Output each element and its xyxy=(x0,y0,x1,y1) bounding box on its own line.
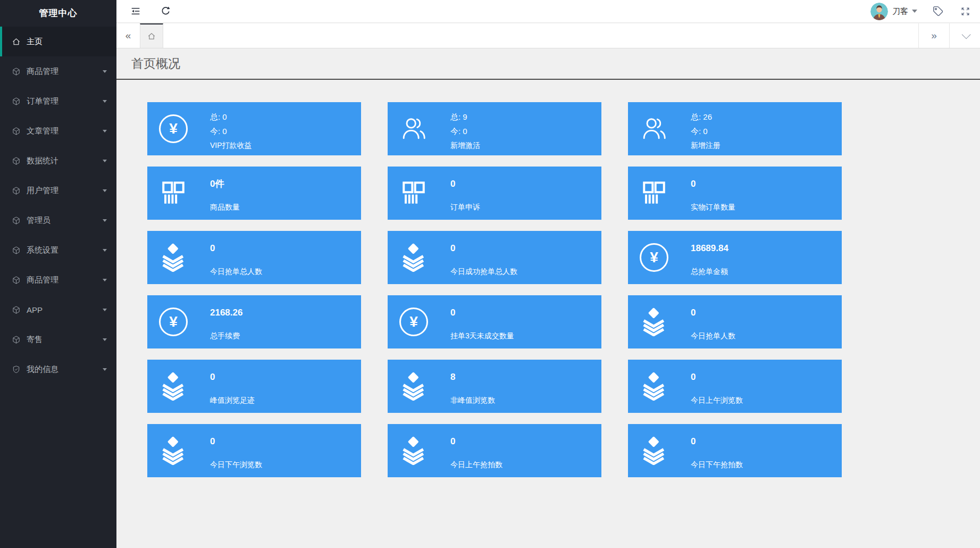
card-icon: ¥ xyxy=(639,240,669,275)
stat-card: ¥ xyxy=(388,295,601,348)
card-text: 0 实物订单数量 xyxy=(691,172,735,214)
layers-icon xyxy=(640,372,668,401)
sidebar-item[interactable]: 主页 xyxy=(0,27,116,56)
card-icon: ¥ xyxy=(398,369,429,403)
refresh-icon[interactable] xyxy=(159,5,172,18)
layers-icon xyxy=(159,436,188,465)
card-text: 总: 26 今: 0 新增注册 xyxy=(691,105,721,153)
sidebar-item[interactable]: 商品管理 xyxy=(0,56,116,86)
menu-icon xyxy=(11,275,21,285)
card-label: 峰值浏览足迹 xyxy=(210,393,255,408)
tag-icon[interactable] xyxy=(932,5,944,18)
card-label: 今日抢单人数 xyxy=(691,329,735,343)
card-text: 0 今日上午抢拍数 xyxy=(450,430,502,472)
users-icon xyxy=(399,114,428,143)
menu-icon xyxy=(11,37,21,46)
yen-circle-icon: ¥ xyxy=(399,308,428,336)
cube-icon xyxy=(12,305,21,314)
menu-icon xyxy=(11,305,21,314)
sidebar-item[interactable]: APP xyxy=(0,295,116,325)
sidebar-item[interactable]: 寄售 xyxy=(0,325,116,354)
sidebar-item[interactable]: 系统设置 xyxy=(0,235,116,265)
card-value: 18689.84 xyxy=(691,241,728,255)
page-title: 首页概况 xyxy=(131,55,180,72)
layers-icon xyxy=(640,308,668,336)
sidebar-item[interactable]: 文章管理 xyxy=(0,116,116,146)
chevron-down-icon xyxy=(103,100,107,103)
card-icon: ¥ xyxy=(639,434,669,468)
menu-label: 用户管理 xyxy=(27,186,103,196)
card-text: 0 挂单3天未成交数量 xyxy=(450,301,514,343)
menu-icon xyxy=(11,156,21,165)
card-value: 2168.26 xyxy=(210,305,242,320)
sidebar-item[interactable]: 商品管理 xyxy=(0,265,116,295)
menu-label: 系统设置 xyxy=(27,245,103,255)
sidebar-item[interactable]: 用户管理 xyxy=(0,176,116,205)
card-value: 0 xyxy=(691,177,735,191)
stat-cards-grid: ¥ xyxy=(147,102,842,477)
card-text: 总: 9 今: 0 新增激活 xyxy=(450,105,480,153)
sidebar-item[interactable]: 数据统计 xyxy=(0,146,116,176)
card-value: 0 xyxy=(691,370,743,384)
layers-icon xyxy=(399,243,428,272)
card-label: 订单申诉 xyxy=(450,200,480,214)
admin-dashboard: 管理中心 主页 xyxy=(0,0,980,548)
card-icon: ¥ xyxy=(398,434,429,468)
card-label: 非峰值浏览数 xyxy=(450,393,495,408)
double-chevron-right-icon[interactable]: » xyxy=(918,23,949,48)
card-value: 0 xyxy=(210,241,262,255)
card-value: 0 xyxy=(210,434,262,449)
fullscreen-icon[interactable] xyxy=(959,5,971,18)
card-label: VIP打款收益 xyxy=(210,138,252,153)
card-label: 今日上午浏览数 xyxy=(691,393,743,408)
tab-dropdown[interactable] xyxy=(949,23,980,48)
card-label: 今日成功抢单总人数 xyxy=(450,264,517,279)
card-text: 2168.26 总手续费 xyxy=(210,301,242,343)
sidebar-item[interactable]: 订单管理 xyxy=(0,86,116,116)
stat-card: ¥ xyxy=(388,231,601,284)
page-header: 首页概况 xyxy=(116,48,980,80)
card-label: 商品数量 xyxy=(210,200,240,214)
card-icon: ¥ xyxy=(158,176,189,210)
app-title: 管理中心 xyxy=(0,0,116,27)
card-label: 实物订单数量 xyxy=(691,200,735,214)
users-icon xyxy=(640,114,668,143)
main-content: 首页概况 ¥ xyxy=(116,48,980,548)
user-menu[interactable]: 刀客 xyxy=(870,3,917,20)
username: 刀客 xyxy=(892,6,908,16)
card-label: 总手续费 xyxy=(210,329,242,343)
yen-circle-icon: ¥ xyxy=(159,114,188,143)
stat-card: ¥ xyxy=(628,102,842,155)
cube-icon xyxy=(12,246,21,255)
chevron-down-icon xyxy=(103,309,107,311)
layers-icon xyxy=(640,436,668,465)
card-icon: ¥ xyxy=(158,305,189,339)
card-value: 0 xyxy=(450,177,480,191)
card-value: 0 xyxy=(450,241,517,255)
menu-label: 商品管理 xyxy=(27,275,103,285)
chevron-down-icon xyxy=(103,279,107,281)
menu-icon xyxy=(11,96,21,106)
sidebar-item[interactable]: 我的信息 xyxy=(0,354,116,384)
card-label: 挂单3天未成交数量 xyxy=(450,329,514,343)
card-icon: ¥ xyxy=(639,305,669,339)
cube-icon xyxy=(12,186,21,195)
card-text: 18689.84 总抢单金额 xyxy=(691,237,728,279)
menu-label: 主页 xyxy=(27,37,116,47)
sidebar-toggle-icon[interactable] xyxy=(129,5,142,18)
menu-icon xyxy=(11,335,21,344)
sidebar-item[interactable]: 管理员 xyxy=(0,205,116,235)
layers-icon xyxy=(399,372,428,401)
stat-card: ¥ xyxy=(147,295,361,348)
card-value: 0 xyxy=(450,434,502,449)
stat-card: ¥ xyxy=(628,167,842,220)
card-value: 总: 26 xyxy=(691,110,721,124)
card-icon: ¥ xyxy=(398,176,429,210)
card-icon: ¥ xyxy=(398,112,429,146)
double-chevron-left-icon[interactable]: « xyxy=(116,23,140,48)
card-label: 总抢单金额 xyxy=(691,264,728,279)
card-icon: ¥ xyxy=(158,434,189,468)
cube-icon xyxy=(12,335,21,344)
tab-home[interactable] xyxy=(140,23,163,48)
avatar xyxy=(870,3,888,20)
